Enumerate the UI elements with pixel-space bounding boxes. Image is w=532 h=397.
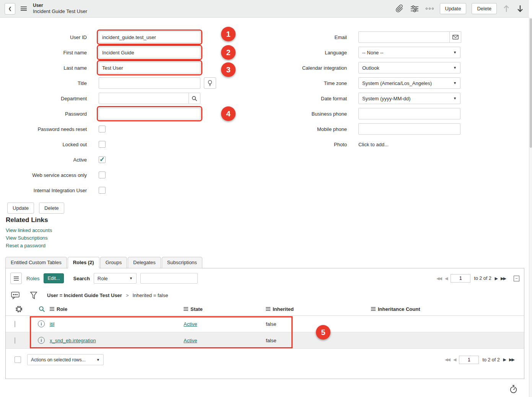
- row-checkbox[interactable]: [15, 321, 15, 327]
- email-input[interactable]: [358, 31, 450, 43]
- search-column-select[interactable]: Role ▼: [94, 273, 137, 284]
- previous-page-button[interactable]: ◀: [453, 357, 456, 362]
- date-format-select[interactable]: System (yyyy-MM-dd) ▼: [358, 93, 460, 104]
- view-subscriptions-link[interactable]: View Subscriptions: [6, 235, 52, 241]
- web-service-access-only-checkbox[interactable]: [99, 172, 106, 178]
- callout-4: 4: [221, 106, 236, 121]
- list-comments-button[interactable]: [10, 291, 20, 300]
- breadcrumb-user-filter[interactable]: User = Incident Guide Test User: [47, 292, 122, 298]
- related-links-section: Related Links View linked accounts View …: [6, 216, 52, 250]
- previous-record-button[interactable]: [502, 4, 511, 13]
- reset-a-password-link[interactable]: Reset a password: [6, 243, 52, 248]
- suggestion-button[interactable]: [204, 77, 216, 89]
- column-header-role[interactable]: Role: [50, 306, 184, 312]
- first-name-input[interactable]: [99, 47, 200, 58]
- record-header: User Incident Guide Test User: [33, 3, 87, 15]
- role-link[interactable]: itil: [50, 321, 54, 327]
- email-label: Email: [242, 34, 347, 40]
- column-menu-icon: [50, 307, 54, 311]
- column-header-inheritance-count[interactable]: Inheritance Count: [371, 306, 524, 312]
- more-options-button[interactable]: [425, 7, 434, 10]
- tab-groups[interactable]: Groups: [100, 257, 127, 268]
- callout-1: 1: [221, 27, 236, 41]
- list-filter-button[interactable]: [29, 291, 38, 300]
- delete-button[interactable]: Delete: [472, 3, 497, 14]
- mobile-phone-input[interactable]: [358, 123, 460, 135]
- title-input[interactable]: [99, 77, 200, 89]
- list-search-input[interactable]: [140, 273, 198, 284]
- language-select[interactable]: -- None -- ▼: [358, 47, 460, 58]
- form-left-column: User ID First name Last name Title Depar…: [5, 29, 242, 198]
- calendar-integration-label: Calendar integration: [242, 65, 347, 71]
- tab-entitled-custom-tables[interactable]: Entitled Custom Tables: [5, 257, 67, 268]
- user-id-label: User ID: [5, 34, 87, 40]
- actions-on-selected-rows-select[interactable]: Actions on selected rows... ▼: [27, 354, 104, 365]
- form-context-menu-button[interactable]: [20, 6, 28, 11]
- select-all-checkbox[interactable]: [15, 356, 21, 363]
- password-input[interactable]: [99, 108, 200, 119]
- last-name-input[interactable]: [99, 62, 200, 74]
- attachment-button[interactable]: [395, 4, 404, 13]
- personalize-list-button[interactable]: [15, 305, 23, 314]
- department-lookup-button[interactable]: [189, 93, 200, 104]
- response-time-button[interactable]: [509, 384, 518, 394]
- internal-integration-user-checkbox[interactable]: [99, 187, 106, 194]
- inherited-value: false: [266, 321, 276, 327]
- state-link[interactable]: Active: [184, 321, 197, 327]
- roles-list-footer: Actions on selected rows... ▼ ◀◀ ◀ to 2 …: [6, 354, 524, 365]
- business-phone-input[interactable]: [358, 108, 460, 119]
- update-button-bottom[interactable]: Update: [7, 203, 34, 214]
- update-button[interactable]: Update: [440, 3, 467, 14]
- calendar-integration-select[interactable]: Outlook ▼: [358, 62, 460, 74]
- role-link[interactable]: x_snd_eb.integration: [50, 338, 96, 343]
- list-column-search-button[interactable]: [38, 305, 46, 313]
- view-linked-accounts-link[interactable]: View linked accounts: [6, 227, 52, 233]
- previous-page-button[interactable]: ◀: [445, 276, 447, 281]
- department-input[interactable]: [99, 93, 189, 104]
- record-type-label: User: [33, 3, 87, 8]
- scrollbar-thumb[interactable]: [530, 18, 532, 148]
- last-page-button[interactable]: ▶▶: [509, 357, 514, 362]
- language-label: Language: [242, 50, 347, 56]
- row-checkbox[interactable]: [15, 337, 15, 344]
- personalize-form-button[interactable]: [410, 4, 420, 13]
- photo-click-to-add[interactable]: Click to add...: [358, 142, 389, 147]
- first-page-button[interactable]: ◀◀: [445, 357, 450, 362]
- search-icon: [39, 306, 45, 312]
- time-zone-select[interactable]: System (America/Los_Angeles) ▼: [358, 77, 460, 89]
- state-link[interactable]: Active: [184, 338, 197, 343]
- page-number-input[interactable]: [459, 356, 479, 364]
- next-record-button[interactable]: [516, 4, 524, 13]
- delete-button-bottom[interactable]: Delete: [39, 203, 64, 214]
- column-header-inherited[interactable]: Inherited: [266, 306, 371, 312]
- collapse-list-button[interactable]: −: [514, 276, 519, 281]
- roles-list-title-link[interactable]: Roles: [26, 276, 40, 281]
- callout-5: 5: [316, 325, 330, 340]
- breadcrumb-inherited-filter[interactable]: Inherited = false: [133, 292, 168, 298]
- user-id-input[interactable]: [99, 31, 200, 43]
- active-checkbox[interactable]: [99, 156, 106, 163]
- column-menu-icon: [371, 307, 376, 311]
- email-send-button[interactable]: [450, 31, 461, 43]
- page-number-input[interactable]: [451, 274, 470, 283]
- active-label: Active: [5, 157, 87, 163]
- list-context-menu-button[interactable]: [10, 273, 22, 284]
- tab-delegates[interactable]: Delegates: [128, 257, 161, 268]
- list-pagination-top: ◀◀ ◀ to 2 of 2 ▶ ▶▶ −: [436, 274, 519, 283]
- tab-roles[interactable]: Roles (2): [68, 257, 99, 268]
- vertical-scrollbar[interactable]: [529, 18, 532, 397]
- password-needs-reset-checkbox[interactable]: [99, 126, 106, 132]
- info-icon[interactable]: i: [38, 320, 45, 327]
- back-button[interactable]: ❮: [5, 3, 15, 15]
- column-header-inherited-label: Inherited: [273, 306, 294, 312]
- last-page-button[interactable]: ▶▶: [501, 276, 506, 281]
- first-page-button[interactable]: ◀◀: [436, 276, 441, 281]
- edit-roles-button[interactable]: Edit...: [44, 273, 64, 283]
- locked-out-checkbox[interactable]: [99, 141, 106, 148]
- info-icon[interactable]: i: [38, 337, 45, 344]
- column-header-state[interactable]: State: [184, 306, 266, 312]
- next-page-button[interactable]: ▶: [495, 276, 497, 281]
- related-list-tabs: Entitled Custom Tables Roles (2) Groups …: [5, 257, 203, 268]
- tab-subscriptions[interactable]: Subscriptions: [162, 257, 202, 268]
- next-page-button[interactable]: ▶: [503, 357, 506, 362]
